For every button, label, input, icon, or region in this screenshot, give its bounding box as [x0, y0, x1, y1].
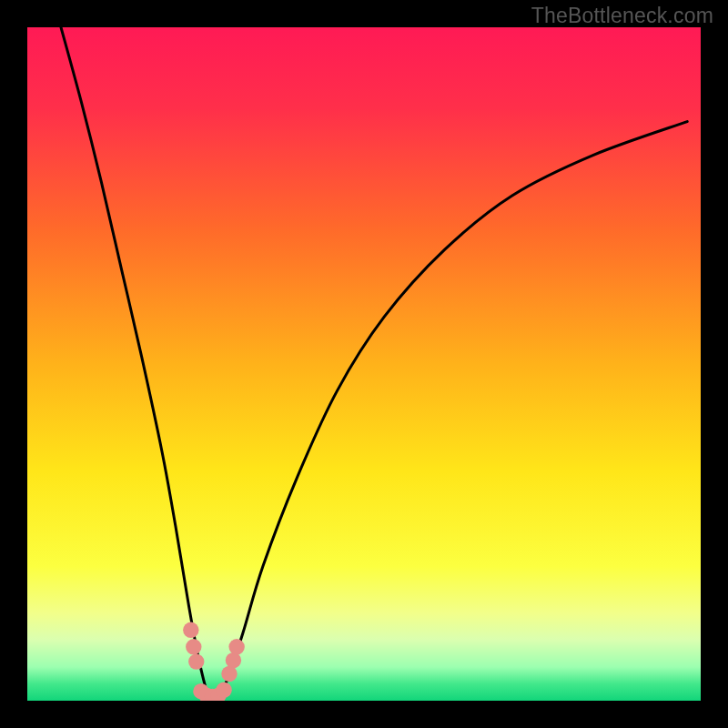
curve-marker — [228, 639, 244, 654]
curve-marker — [183, 622, 198, 638]
plot-area — [27, 27, 701, 701]
watermark-text: TheBottleneck.com — [531, 4, 713, 28]
curve-layer — [27, 27, 701, 701]
curve-markers — [183, 622, 245, 701]
bottleneck-curve — [61, 27, 687, 701]
curve-marker — [186, 639, 201, 654]
curve-marker — [226, 652, 241, 668]
chart-frame: TheBottleneck.com — [0, 0, 728, 728]
curve-marker — [188, 653, 204, 669]
curve-marker — [221, 666, 237, 682]
curve-marker — [216, 682, 231, 697]
